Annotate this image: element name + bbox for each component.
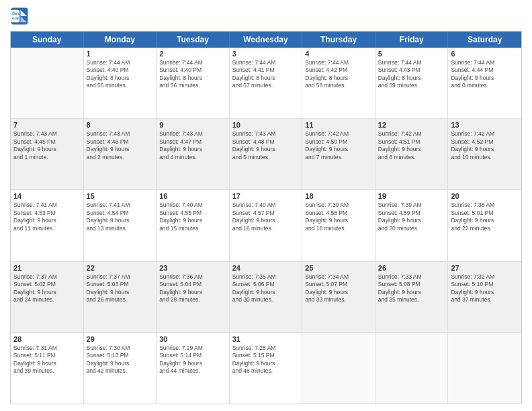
cell-line: and 42 minutes. [87, 367, 154, 375]
cell-line: and 8 minutes. [378, 154, 445, 161]
cal-cell-27: 27Sunrise: 7:32 AMSunset: 5:10 PMDayligh… [448, 262, 521, 332]
day-number: 4 [305, 50, 372, 58]
cal-cell-29: 29Sunrise: 7:30 AMSunset: 5:13 PMDayligh… [84, 333, 157, 404]
day-number: 17 [232, 192, 300, 200]
cal-cell-4: 4Sunrise: 7:44 AMSunset: 4:42 PMDaylight… [302, 48, 375, 118]
cell-line: Daylight: 8 hours [159, 75, 226, 82]
cal-cell-22: 22Sunrise: 7:37 AMSunset: 5:03 PMDayligh… [84, 262, 157, 332]
cell-line: Daylight: 9 hours [378, 146, 445, 153]
day-number: 31 [232, 335, 300, 343]
header-day-tuesday: Tuesday [157, 32, 230, 48]
cell-line: Sunrise: 7:44 AM [159, 59, 226, 66]
cell-line: and 22 minutes. [451, 225, 519, 232]
day-number: 21 [13, 264, 81, 272]
cell-line: and 7 minutes. [305, 154, 372, 161]
header-day-wednesday: Wednesday [230, 32, 303, 48]
cell-line: Daylight: 9 hours [159, 146, 226, 153]
cal-cell-empty-6 [448, 333, 521, 404]
cell-line: Sunrise: 7:36 AM [159, 273, 226, 281]
cell-line: Sunset: 5:08 PM [378, 281, 445, 288]
cell-line: Sunrise: 7:37 AM [87, 273, 154, 281]
cell-line: and 15 minutes. [159, 225, 226, 232]
cell-line: Sunrise: 7:34 AM [305, 273, 372, 281]
page: Gen eral SundayMondayTuesdayWednesdayThu… [0, 0, 532, 411]
cal-cell-7: 7Sunrise: 7:43 AMSunset: 4:45 PMDaylight… [11, 119, 84, 189]
cell-line: Daylight: 8 hours [232, 75, 300, 82]
week-row-0: 1Sunrise: 7:44 AMSunset: 4:40 PMDaylight… [11, 48, 521, 119]
svg-text:eral: eral [12, 16, 19, 20]
cal-cell-10: 10Sunrise: 7:43 AMSunset: 4:48 PMDayligh… [230, 119, 303, 189]
cell-line: Sunset: 4:51 PM [378, 138, 445, 146]
day-number: 5 [378, 50, 445, 58]
week-row-4: 28Sunrise: 7:31 AMSunset: 5:11 PMDayligh… [11, 333, 521, 404]
cell-line: Sunset: 5:11 PM [13, 352, 81, 359]
day-number: 7 [13, 121, 81, 129]
cell-line: and 20 minutes. [378, 225, 445, 232]
day-number: 19 [378, 192, 445, 200]
cell-line: Daylight: 9 hours [87, 289, 154, 296]
cal-cell-11: 11Sunrise: 7:42 AMSunset: 4:50 PMDayligh… [302, 119, 375, 189]
cell-line: Sunrise: 7:42 AM [451, 130, 519, 138]
cell-line: Daylight: 9 hours [13, 146, 81, 153]
cell-line: Daylight: 9 hours [87, 146, 154, 153]
cell-line: Sunset: 4:42 PM [305, 66, 372, 74]
cal-cell-empty-0 [11, 48, 84, 118]
cell-line: Sunset: 4:55 PM [159, 210, 226, 217]
cell-line: Sunset: 4:59 PM [378, 210, 445, 217]
cell-line: Sunrise: 7:44 AM [232, 59, 300, 66]
cell-line: Sunset: 4:53 PM [13, 210, 81, 217]
cell-line: Daylight: 9 hours [451, 217, 519, 224]
day-number: 8 [87, 121, 154, 129]
cell-line: Daylight: 9 hours [87, 217, 154, 224]
cell-line: Daylight: 9 hours [451, 289, 519, 296]
cell-line: Sunrise: 7:31 AM [13, 345, 81, 352]
cell-line: and 56 minutes. [159, 82, 226, 89]
day-number: 12 [378, 121, 445, 129]
cell-line: and 11 minutes. [13, 225, 81, 232]
cell-line: Daylight: 9 hours [159, 360, 226, 367]
cell-line: and 1 minute. [13, 154, 81, 161]
cal-cell-6: 6Sunrise: 7:44 AMSunset: 4:44 PMDaylight… [448, 48, 521, 118]
logo: Gen eral [10, 7, 32, 26]
cell-line: Sunset: 5:10 PM [451, 281, 519, 288]
cell-line: Sunrise: 7:30 AM [87, 345, 154, 352]
header-day-friday: Friday [375, 32, 449, 48]
cal-cell-17: 17Sunrise: 7:40 AMSunset: 4:57 PMDayligh… [230, 190, 303, 261]
cal-cell-8: 8Sunrise: 7:43 AMSunset: 4:46 PMDaylight… [84, 119, 157, 189]
cell-line: Sunrise: 7:44 AM [87, 59, 154, 66]
cell-line: Daylight: 9 hours [305, 217, 372, 224]
cell-line: Sunset: 4:44 PM [451, 66, 519, 74]
day-number: 30 [159, 335, 226, 343]
cell-line: Sunset: 5:13 PM [87, 352, 154, 359]
cell-line: Daylight: 9 hours [159, 217, 226, 224]
day-number: 10 [232, 121, 300, 129]
cell-line: Daylight: 9 hours [378, 217, 445, 224]
cal-cell-24: 24Sunrise: 7:35 AMSunset: 5:06 PMDayligh… [230, 262, 303, 332]
cell-line: Sunset: 5:03 PM [87, 281, 154, 288]
cal-cell-5: 5Sunrise: 7:44 AMSunset: 4:43 PMDaylight… [375, 48, 449, 118]
calendar: SundayMondayTuesdayWednesdayThursdayFrid… [10, 31, 522, 404]
day-number: 23 [159, 264, 226, 272]
cell-line: Sunset: 4:47 PM [159, 138, 226, 146]
cell-line: Daylight: 8 hours [378, 75, 445, 82]
cell-line: Daylight: 9 hours [232, 217, 300, 224]
cell-line: and 37 minutes. [451, 296, 519, 304]
cell-line: Sunrise: 7:33 AM [378, 273, 445, 281]
cell-line: Daylight: 9 hours [232, 289, 300, 296]
cal-cell-9: 9Sunrise: 7:43 AMSunset: 4:47 PMDaylight… [157, 119, 230, 189]
cell-line: and 0 minutes. [451, 82, 519, 89]
cell-line: and 35 minutes. [378, 296, 445, 304]
cell-line: Sunset: 4:40 PM [87, 66, 154, 74]
cal-cell-28: 28Sunrise: 7:31 AMSunset: 5:11 PMDayligh… [11, 333, 84, 404]
day-number: 27 [451, 264, 519, 272]
cell-line: Sunset: 4:46 PM [87, 138, 154, 146]
cell-line: Sunrise: 7:28 AM [232, 345, 300, 352]
cell-line: Sunset: 4:50 PM [305, 138, 372, 146]
cell-line: Daylight: 9 hours [305, 289, 372, 296]
day-number: 26 [378, 264, 445, 272]
cell-line: Daylight: 9 hours [232, 360, 300, 367]
cell-line: Daylight: 9 hours [305, 146, 372, 153]
cell-line: and 2 minutes. [87, 154, 154, 161]
cell-line: and 44 minutes. [159, 367, 226, 375]
cell-line: Sunrise: 7:39 AM [378, 201, 445, 209]
